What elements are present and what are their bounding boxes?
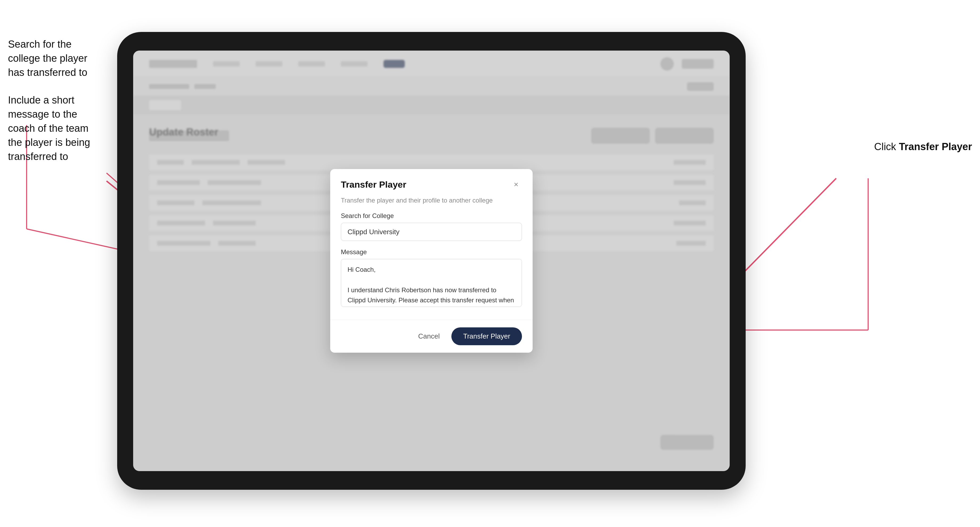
dialog-overlay: Transfer Player × Transfer the player an…	[133, 51, 730, 471]
dialog-footer: Cancel Transfer Player	[330, 320, 533, 352]
transfer-player-dialog: Transfer Player × Transfer the player an…	[330, 169, 533, 352]
dialog-close-button[interactable]: ×	[510, 179, 522, 190]
message-textarea[interactable]: Hi Coach, I understand Chris Robertson h…	[341, 259, 522, 307]
dialog-body: Transfer the player and their profile to…	[330, 197, 533, 320]
transfer-player-button[interactable]: Transfer Player	[451, 327, 522, 345]
tablet-screen: Update Roster Transfer Player × Transfer…	[133, 51, 730, 471]
annotation-left: Search for the college the player has tr…	[8, 37, 104, 177]
dialog-title: Transfer Player	[341, 179, 406, 190]
dialog-subtitle: Transfer the player and their profile to…	[341, 197, 522, 204]
annotation-right: Click Transfer Player	[874, 141, 972, 152]
tablet-frame: Update Roster Transfer Player × Transfer…	[117, 32, 746, 490]
annotation-search-text: Search for the college the player has tr…	[8, 37, 104, 80]
annotation-transfer-text: Transfer Player	[899, 141, 972, 152]
search-college-input[interactable]	[341, 223, 522, 241]
search-college-label: Search for College	[341, 212, 522, 220]
annotation-message-text: Include a short message to the coach of …	[8, 93, 104, 164]
cancel-button[interactable]: Cancel	[413, 330, 445, 343]
message-label: Message	[341, 248, 522, 256]
annotation-click-text: Click	[874, 141, 899, 152]
dialog-header: Transfer Player ×	[330, 169, 533, 197]
